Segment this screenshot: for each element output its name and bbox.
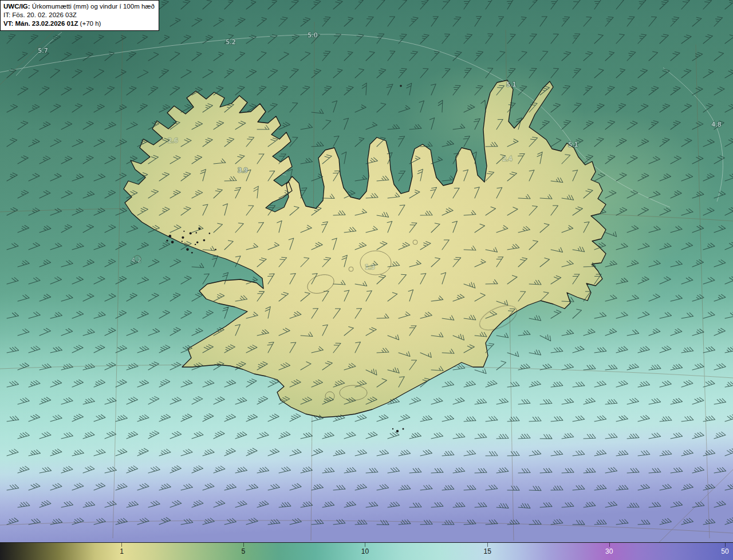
islet-dot bbox=[203, 239, 206, 242]
colorbar-tick-mark bbox=[121, 543, 122, 547]
contour-label: 1.3 bbox=[365, 263, 375, 271]
islet-dot bbox=[191, 252, 193, 254]
islet-dot bbox=[215, 249, 216, 250]
islet-dot bbox=[168, 235, 171, 238]
contour-label: 5.0 bbox=[308, 31, 318, 39]
islet-dot bbox=[196, 242, 198, 243]
islet-dot bbox=[166, 240, 168, 242]
colorbar-tick-mark bbox=[243, 543, 244, 547]
valid-time: VT: Mán. 23.02.2026 01Z bbox=[3, 20, 78, 27]
valid-time-line: VT: Mán. 23.02.2026 01Z (+70 h) bbox=[3, 19, 155, 28]
contour-label: 5.2 bbox=[226, 38, 236, 46]
contour-label: 4.2 bbox=[131, 257, 141, 264]
map-canvas: 5.75.25.05.14.85.12.63.92.44.21.3 bbox=[0, 0, 733, 543]
colorbar-tick-label: 1 bbox=[120, 548, 124, 555]
islet-dot bbox=[396, 430, 399, 432]
islet-dot bbox=[400, 85, 402, 87]
colorbar-tick-label: 30 bbox=[605, 548, 613, 555]
contour-label: 5.7 bbox=[38, 47, 48, 54]
contour-label: 2.4 bbox=[502, 155, 513, 163]
valid-time-offset: (+70 h) bbox=[80, 20, 101, 27]
islet-dot bbox=[182, 236, 184, 239]
colorbar-tick-label: 15 bbox=[484, 548, 491, 555]
contour-label: 5.1 bbox=[506, 81, 517, 88]
contour-label: 3.9 bbox=[238, 167, 248, 174]
islet-dot bbox=[403, 428, 404, 430]
islet-dot bbox=[190, 232, 192, 234]
model-label: UWC/IG: bbox=[3, 3, 30, 10]
islet-dot bbox=[195, 244, 196, 245]
precipitation-colorbar: 1510153050 bbox=[0, 542, 733, 560]
colorbar-tick-mark bbox=[725, 543, 726, 547]
weather-map-viewport: 5.75.25.05.14.85.12.63.92.44.21.3 UWC/IG… bbox=[0, 0, 733, 560]
colorbar-tick-label: 50 bbox=[721, 548, 728, 555]
islet-dot bbox=[392, 428, 393, 429]
colorbar-tick-mark bbox=[609, 543, 610, 547]
colorbar-tick-label: 10 bbox=[361, 548, 369, 555]
colorbar-tick-mark bbox=[487, 543, 488, 547]
contour-label: 5.1 bbox=[568, 141, 578, 148]
islet-dot bbox=[186, 248, 189, 251]
colorbar-tick-mark bbox=[365, 543, 365, 547]
islet-dot bbox=[209, 232, 211, 234]
product-title: Úrkomumætti (mm) og vindur í 100m hæð bbox=[32, 3, 155, 10]
colorbar-tick-label: 5 bbox=[242, 548, 246, 555]
islet-dot bbox=[196, 232, 197, 233]
init-time: IT: Fös. 20. 02. 2026 03Z bbox=[3, 11, 155, 19]
islet-dot bbox=[182, 241, 183, 242]
islet-dot bbox=[183, 231, 184, 232]
map-title-box: UWC/IG: Úrkomumætti (mm) og vindur í 100… bbox=[0, 0, 159, 31]
contour-label: 2.6 bbox=[168, 137, 178, 144]
contour-label: 4.8 bbox=[711, 121, 722, 128]
islet-dot bbox=[171, 240, 174, 243]
title-line: UWC/IG: Úrkomumætti (mm) og vindur í 100… bbox=[3, 2, 155, 11]
